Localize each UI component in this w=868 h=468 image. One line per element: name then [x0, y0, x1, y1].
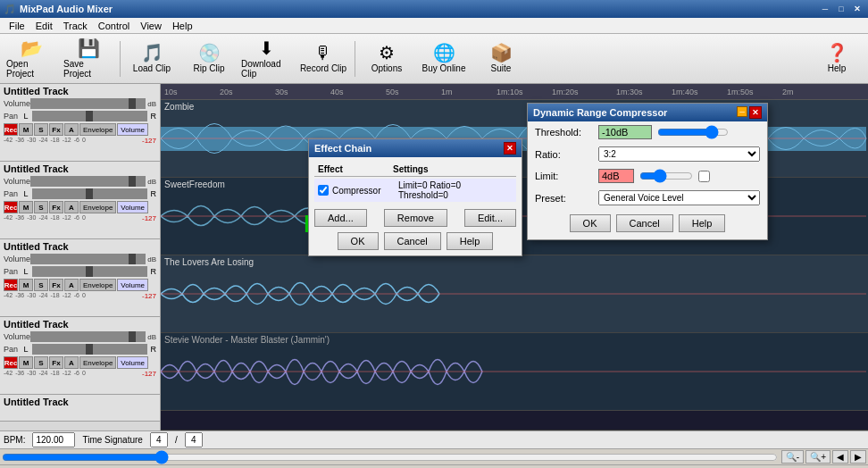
track-solo-4[interactable]: S [34, 356, 48, 369]
options-button[interactable]: ⚙ Options [359, 37, 414, 81]
load-clip-button[interactable]: 🎵 Load Clip [124, 37, 179, 81]
load-clip-icon: 🎵 [141, 44, 163, 62]
track-mute-1[interactable]: M [19, 123, 33, 136]
effect-chain-footer-bottom: OK Cancel Help [314, 232, 516, 250]
track-mute-3[interactable]: M [19, 279, 33, 291]
track-volume-btn-3[interactable]: Volume [117, 279, 148, 291]
track-volume-row-4: Volume dB [4, 331, 156, 342]
effect-chain-cancel-button[interactable]: Cancel [384, 232, 441, 250]
track-rec-1[interactable]: Rec [4, 123, 18, 136]
open-project-button[interactable]: 📂 Open Project [4, 37, 59, 81]
maximize-button[interactable]: □ [834, 3, 848, 15]
track-solo-1[interactable]: S [34, 123, 48, 136]
titlebar-controls: ─ □ ✕ [818, 3, 864, 15]
track-auto-1[interactable]: A [64, 123, 79, 136]
drc-cancel-button[interactable]: Cancel [616, 214, 673, 232]
track-volume-btn-1[interactable]: Volume [117, 123, 148, 136]
menu-control[interactable]: Control [93, 19, 135, 33]
menubar: File Edit Track Control View Help [0, 18, 868, 34]
track-volume-btn-4[interactable]: Volume [117, 356, 148, 369]
track-fx-2[interactable]: Fx [49, 201, 63, 213]
bpm-value-input[interactable] [32, 432, 75, 447]
buy-online-button[interactable]: 🌐 Buy Online [416, 37, 472, 81]
track-volume-row-1: Volume dB [4, 98, 156, 109]
menu-edit[interactable]: Edit [30, 19, 58, 33]
track-volume-slider-4[interactable] [30, 331, 146, 342]
add-effect-button[interactable]: Add... [314, 209, 367, 227]
drc-limit-label: Limit: [535, 171, 593, 181]
effect-chain-ok-button[interactable]: OK [338, 232, 379, 250]
drc-threshold-input[interactable] [598, 125, 652, 139]
drc-limit-input[interactable] [598, 169, 634, 183]
drc-preset-select[interactable]: General Voice Level Music Mastering Podc… [598, 190, 760, 205]
track-envelope-4[interactable]: Envelope [79, 356, 116, 369]
drc-close[interactable]: ✕ [749, 106, 762, 119]
scroll-right-icon[interactable]: ▶ [850, 450, 866, 464]
suite-button[interactable]: 📦 Suite [473, 37, 529, 81]
track-solo-2[interactable]: S [34, 201, 48, 213]
effect-chain-help-button[interactable]: Help [447, 232, 494, 250]
track-fx-4[interactable]: Fx [49, 356, 63, 369]
track-volume-btn-2[interactable]: Volume [117, 201, 148, 213]
zoom-out-icon[interactable]: 🔍- [781, 450, 804, 464]
track-control-3: Untitled Track Volume dB Pan L R Rec M S… [0, 239, 160, 317]
rip-clip-button[interactable]: 💿 Rip Clip [181, 37, 237, 81]
zoom-in-icon[interactable]: 🔍+ [805, 450, 830, 464]
effect-row-1: Compressor Limit=0 Ratio=0 Threshold=0 [314, 179, 516, 202]
track-envelope-3[interactable]: Envelope [79, 279, 116, 291]
track-auto-4[interactable]: A [64, 356, 79, 369]
track-envelope-1[interactable]: Envelope [79, 123, 116, 136]
track-solo-3[interactable]: S [34, 279, 48, 291]
drc-limit-slider[interactable] [639, 169, 693, 183]
drc-minimize[interactable]: ─ [737, 106, 747, 117]
close-button[interactable]: ✕ [850, 3, 864, 15]
drc-limit-checkbox[interactable] [698, 171, 710, 182]
track-rec-3[interactable]: Rec [4, 279, 18, 291]
track-fx-1[interactable]: Fx [49, 123, 63, 136]
track-volume-slider-1[interactable] [30, 98, 146, 109]
track-mute-4[interactable]: M [19, 356, 33, 369]
track-rec-2[interactable]: Rec [4, 201, 18, 213]
menu-view[interactable]: View [135, 19, 167, 33]
menu-file[interactable]: File [4, 19, 30, 33]
drc-titlebar: Dynamic Range Compressor ─ ✕ [528, 104, 767, 121]
track-fx-3[interactable]: Fx [49, 279, 63, 291]
track-pan-slider-4[interactable] [32, 344, 147, 355]
track-volume-slider-3[interactable] [30, 254, 146, 264]
track-volume-slider-2[interactable] [30, 176, 146, 187]
track-auto-2[interactable]: A [64, 201, 79, 213]
minimize-button[interactable]: ─ [818, 3, 832, 15]
drc-help-button[interactable]: Help [679, 214, 726, 232]
help-button[interactable]: ❓ Help [809, 37, 864, 81]
waveform-svg-4 [161, 333, 868, 411]
drc-ratio-select[interactable]: 3:2 2:1 4:1 8:1 [598, 146, 760, 162]
effect-chain-close[interactable]: ✕ [504, 142, 516, 155]
clip-label-3: The Lovers Are Losing [164, 257, 254, 267]
record-clip-button[interactable]: 🎙 Record Clip [296, 37, 351, 81]
remove-effect-button[interactable]: Remove [384, 209, 447, 227]
track-panel: Untitled Track Volume dB Pan L R Rec M S… [0, 84, 161, 430]
track-pan-slider-2[interactable] [32, 188, 147, 199]
time-sig-denominator[interactable] [185, 432, 203, 447]
track-auto-3[interactable]: A [64, 279, 79, 291]
time-sig-label: Time Signature [82, 435, 142, 445]
track-pan-slider-3[interactable] [32, 266, 147, 277]
edit-effect-button[interactable]: Edit... [464, 209, 516, 227]
drc-threshold-slider[interactable] [657, 125, 729, 139]
scroll-left-icon[interactable]: ◀ [832, 450, 848, 464]
track-envelope-2[interactable]: Envelope [79, 201, 116, 213]
toolbar-sep-1 [120, 41, 121, 77]
time-sig-numerator[interactable] [150, 432, 168, 447]
track-pan-slider-1[interactable] [32, 111, 147, 121]
effect-checkbox-1[interactable] [318, 185, 329, 196]
save-project-button[interactable]: 💾 Save Project [61, 37, 116, 81]
track-control-4: Untitled Track Volume dB Pan L R Rec M S… [0, 317, 160, 395]
track-mute-2[interactable]: M [19, 201, 33, 213]
track-rec-4[interactable]: Rec [4, 356, 18, 369]
menu-track[interactable]: Track [58, 19, 93, 33]
drc-ok-button[interactable]: OK [570, 214, 611, 232]
download-clip-button[interactable]: ⬇ Download Clip [238, 37, 294, 81]
horizontal-scrollbar[interactable] [2, 451, 778, 464]
menu-help[interactable]: Help [167, 19, 198, 33]
drc-body: Threshold: Ratio: 3:2 2:1 4:1 8:1 Limit:… [528, 121, 767, 239]
